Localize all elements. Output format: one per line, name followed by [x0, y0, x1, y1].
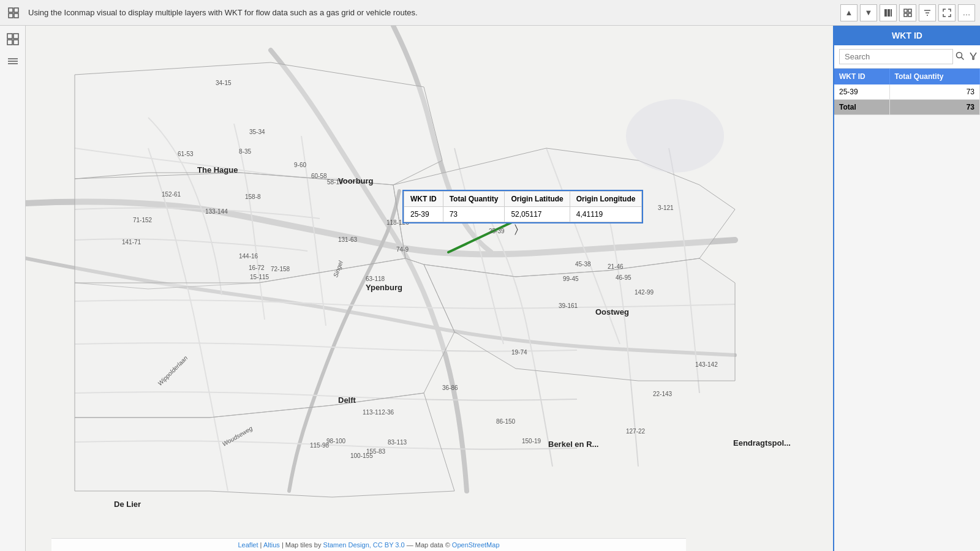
tooltip-col-lat: Origin Latitude [505, 192, 570, 207]
search-icon-button[interactable] [953, 50, 967, 63]
osm-link[interactable]: OpenStreetMap [452, 541, 500, 549]
columns-button[interactable] [880, 4, 897, 21]
tooltip-col-lon: Origin Longitude [570, 192, 642, 207]
tooltip-col-wktid: WKT ID [404, 192, 443, 207]
toolbar-title: Using the Iconmap visual to display mult… [26, 8, 837, 17]
footer-map-data: — Map data © [407, 541, 452, 549]
filter-icon-button[interactable] [967, 50, 980, 63]
tooltip-row: 25-39 73 52,05117 4,41119 [404, 207, 642, 222]
map-area[interactable]: 〉 34-1535-3461-538-359-6060-5858-19152-6… [26, 26, 833, 551]
col-header-wktid: WKT ID [834, 69, 889, 84]
map-svg: 〉 [26, 26, 833, 551]
cell-total-label: Total [834, 100, 889, 115]
svg-rect-9 [904, 13, 907, 17]
svg-rect-7 [904, 9, 907, 12]
tooltip-table: WKT ID Total Quantity Origin Latitude Or… [404, 191, 642, 222]
scroll-up-button[interactable]: ▲ [840, 4, 858, 21]
svg-text:〉: 〉 [514, 223, 518, 235]
filter-button[interactable] [919, 4, 936, 21]
right-panel: WKT ID WKT ID Total Quantity 25-39 73 [833, 26, 980, 551]
svg-rect-5 [888, 9, 890, 17]
table-data-row[interactable]: 25-39 73 [834, 84, 980, 100]
svg-rect-1 [14, 8, 18, 12]
svg-rect-8 [908, 9, 911, 12]
footer-map-tiles: | Map tiles by [282, 541, 323, 549]
svg-line-27 [962, 58, 964, 60]
tooltip-lon: 4,41119 [570, 207, 642, 222]
stamen-link[interactable]: Stamen Design, CC BY 3.0 [323, 541, 405, 549]
svg-rect-3 [14, 13, 18, 18]
svg-rect-6 [891, 9, 892, 17]
svg-rect-4 [884, 9, 887, 17]
toolbar-actions: ▲ ▼ … [840, 4, 975, 21]
altius-link[interactable]: Altius [263, 541, 280, 549]
toolbar: Using the Iconmap visual to display mult… [0, 0, 980, 26]
leaflet-link[interactable]: Leaflet [238, 541, 258, 549]
right-panel-table: WKT ID Total Quantity 25-39 73 Total 73 [834, 69, 980, 115]
search-row [834, 45, 980, 69]
sidebar-layers-icon[interactable] [4, 53, 21, 70]
left-sidebar [0, 26, 26, 551]
search-input[interactable] [839, 49, 953, 64]
svg-rect-17 [13, 40, 18, 45]
panel-header: WKT ID [834, 26, 980, 45]
cell-qty: 73 [889, 84, 979, 100]
map-tooltip: WKT ID Total Quantity Origin Latitude Or… [402, 190, 643, 223]
map-footer: Leaflet | Altius | Map tiles by Stamen D… [51, 538, 686, 551]
more-button[interactable]: … [958, 4, 975, 21]
tooltip-lat: 52,05117 [505, 207, 570, 222]
svg-point-24 [626, 99, 724, 173]
tooltip-qty: 73 [443, 207, 505, 222]
cell-wktid: 25-39 [834, 84, 889, 100]
sidebar-grid-icon[interactable] [4, 31, 21, 48]
app-grid-icon[interactable] [5, 4, 22, 21]
scroll-down-button[interactable]: ▼ [860, 4, 877, 21]
table-total-row: Total 73 [834, 100, 980, 115]
svg-rect-15 [13, 34, 18, 39]
table-header-row: WKT ID Total Quantity [834, 69, 980, 84]
cell-total-value: 73 [889, 100, 979, 115]
svg-rect-10 [908, 13, 911, 17]
tooltip-col-qty: Total Quantity [443, 192, 505, 207]
svg-rect-14 [7, 34, 12, 39]
svg-rect-0 [9, 8, 13, 12]
fit-button[interactable] [938, 4, 956, 21]
tooltip-wktid: 25-39 [404, 207, 443, 222]
svg-rect-2 [9, 13, 13, 18]
expand-button[interactable] [899, 4, 916, 21]
svg-rect-16 [7, 40, 12, 45]
col-header-qty: Total Quantity [889, 69, 979, 84]
